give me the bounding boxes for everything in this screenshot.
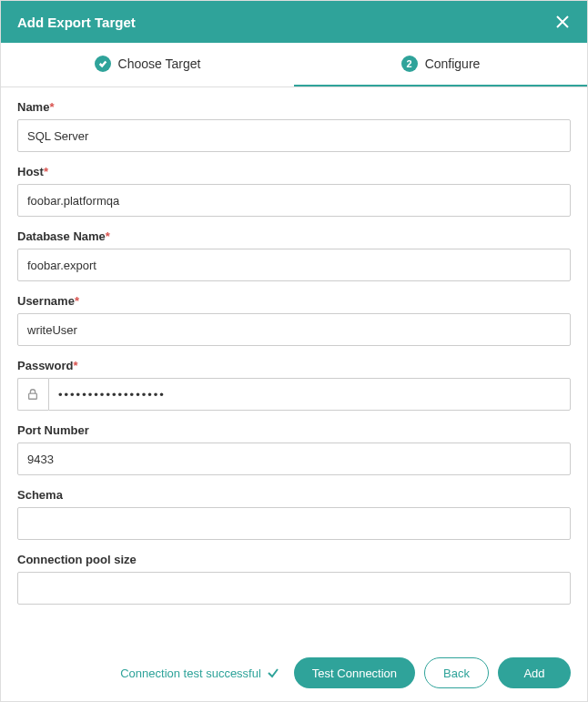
input-port-number[interactable] [17, 443, 571, 475]
svg-rect-0 [29, 393, 37, 399]
label-connection-pool-size: Connection pool size [17, 553, 571, 566]
required-mark: * [73, 359, 77, 372]
field-connection-pool-size: Connection pool size [17, 553, 571, 605]
input-database-name[interactable] [17, 249, 571, 281]
test-connection-button[interactable]: Test Connection [294, 657, 415, 688]
tab-configure[interactable]: 2 Configure [294, 43, 587, 87]
configure-form: Name* Host* Database Name* Username* Pas… [1, 87, 587, 645]
status-text: Connection test successful [120, 666, 261, 680]
check-icon [98, 59, 107, 68]
label-port-number: Port Number [17, 423, 571, 437]
input-connection-pool-size[interactable] [17, 572, 571, 605]
field-username: Username* [17, 294, 571, 346]
tab-label: Choose Target [118, 56, 201, 71]
field-host: Host* [17, 165, 571, 217]
label-name: Name* [17, 100, 571, 114]
input-schema[interactable] [17, 507, 571, 540]
add-button[interactable]: Add [498, 657, 571, 688]
label-username: Username* [17, 294, 571, 308]
password-lock-addon [17, 378, 48, 411]
add-export-target-modal: Add Export Target Choose Target 2 Config… [0, 0, 588, 702]
required-mark: * [44, 165, 48, 178]
tab-label: Configure [425, 56, 481, 71]
field-schema: Schema [17, 488, 571, 540]
field-password: Password* [17, 359, 571, 411]
modal-header: Add Export Target [1, 1, 587, 43]
label-database-name: Database Name* [17, 229, 571, 243]
required-mark: * [49, 100, 54, 114]
field-port-number: Port Number [17, 423, 571, 475]
password-input-group [17, 378, 571, 411]
field-name: Name* [17, 100, 571, 152]
label-password: Password* [17, 359, 571, 372]
tab-choose-target[interactable]: Choose Target [1, 43, 294, 87]
label-host: Host* [17, 165, 571, 178]
step-indicator-current: 2 [401, 56, 418, 72]
input-name[interactable] [17, 119, 571, 152]
modal-title: Add Export Target [17, 15, 136, 30]
close-icon [554, 14, 571, 30]
wizard-tabs: Choose Target 2 Configure [1, 43, 587, 87]
label-schema: Schema [17, 488, 571, 502]
required-mark: * [75, 294, 79, 308]
input-host[interactable] [17, 184, 571, 217]
lock-icon [26, 388, 39, 401]
close-button[interactable] [554, 14, 571, 30]
check-icon [267, 666, 279, 679]
connection-status: Connection test successful [120, 666, 279, 680]
back-button[interactable]: Back [424, 657, 489, 688]
input-username[interactable] [17, 313, 571, 346]
required-mark: * [106, 229, 110, 243]
field-database-name: Database Name* [17, 229, 571, 281]
step-indicator-complete [95, 56, 111, 72]
modal-footer: Connection test successful Test Connecti… [1, 645, 587, 701]
input-password[interactable] [48, 378, 571, 411]
